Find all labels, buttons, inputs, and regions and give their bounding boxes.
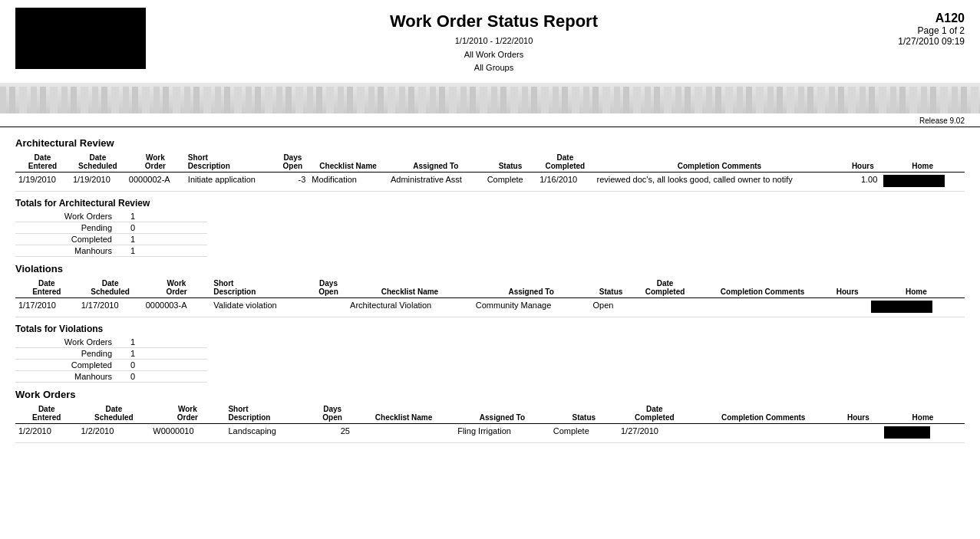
totals-row: Manhours 1 (15, 245, 207, 256)
totals-label-pending: Pending (15, 222, 115, 233)
col-completion-comments: Completion Comments (594, 152, 846, 173)
totals-value-work-orders: 1 (115, 211, 207, 222)
cell-date-entered: 1/2/2010 (15, 423, 78, 442)
company-logo (15, 8, 146, 69)
totals-row: Work Orders 1 (15, 337, 207, 348)
col-days-open: DaysOpen (310, 278, 347, 298)
cell-date-scheduled: 1/19/2010 (70, 172, 126, 191)
decorative-skyline (0, 83, 980, 113)
col-short-description: ShortDescription (185, 152, 277, 173)
page-header: Work Order Status Report 1/1/2010 - 1/22… (0, 0, 980, 83)
cell-date-completed: 1/27/2010 (618, 423, 691, 442)
totals-value-completed: 1 (115, 233, 207, 245)
cell-hours: 1.00 (845, 172, 880, 191)
section-title-violations: Violations (15, 263, 965, 274)
table-header-row: DateEntered DateScheduled WorkOrder Shor… (15, 152, 965, 173)
cell-short-description: Initiate application (185, 172, 277, 191)
cell-short-description: Landscaping (225, 423, 312, 442)
violations-table: DateEntered DateScheduled WorkOrder Shor… (15, 278, 965, 317)
col-status: Status (589, 278, 632, 298)
col-assigned-to: Assigned To (473, 278, 590, 298)
col-checklist-name: Checklist Name (347, 278, 473, 298)
cell-assigned-to: Administrative Asst (388, 172, 484, 191)
col-short-description: ShortDescription (210, 278, 310, 298)
totals-label-work-orders: Work Orders (15, 211, 115, 222)
table-row: 1/17/2010 1/17/2010 0000003-A Validate v… (15, 297, 965, 317)
cell-completion-comments: reviewed doc's, all looks good, called o… (594, 172, 846, 191)
totals-value-pending: 1 (115, 347, 207, 359)
totals-label-manhours: Manhours (15, 370, 115, 382)
col-date-scheduled: DateScheduled (70, 152, 126, 173)
totals-value-manhours: 0 (115, 370, 207, 382)
col-home: Home (881, 403, 965, 424)
cell-assigned-to: Fling Irrigation (454, 423, 550, 442)
col-assigned-to: Assigned To (454, 403, 550, 424)
cell-checklist-name: Architectural Violation (347, 297, 473, 317)
col-hours: Hours (827, 278, 868, 298)
totals-row: Completed 1 (15, 233, 207, 245)
home-black-box (884, 426, 930, 439)
cell-date-completed (632, 297, 698, 317)
col-work-order: WorkOrder (150, 403, 225, 424)
cell-work-order: 0000003-A (143, 297, 211, 317)
home-black-box (871, 301, 932, 313)
cell-days-open (310, 297, 347, 317)
col-completion-comments: Completion Comments (691, 403, 836, 424)
col-home: Home (880, 152, 965, 173)
cell-days-open: 25 (312, 423, 353, 442)
totals-title: Totals for Violations (15, 324, 965, 334)
col-work-order: WorkOrder (143, 278, 211, 298)
cell-date-scheduled: 1/17/2010 (78, 297, 143, 317)
col-status: Status (484, 152, 537, 173)
col-date-completed: DateCompleted (632, 278, 698, 298)
totals-label-work-orders: Work Orders (15, 337, 115, 348)
totals-row: Pending 1 (15, 347, 207, 359)
cell-status: Complete (550, 423, 618, 442)
cell-home (868, 297, 965, 317)
report-subtitle: 1/1/2010 - 1/22/2010 All Work Orders All… (146, 35, 842, 75)
cell-completion-comments (698, 297, 827, 317)
report-id: A120 (842, 12, 965, 25)
totals-row: Pending 0 (15, 222, 207, 233)
home-black-box (883, 175, 945, 187)
col-short-description: ShortDescription (225, 403, 312, 424)
report-meta: A120 Page 1 of 2 1/27/2010 09:19 (842, 8, 965, 47)
section-title-architectural-review: Architectural Review (15, 137, 965, 149)
totals-row: Manhours 0 (15, 370, 207, 382)
col-checklist-name: Checklist Name (309, 152, 388, 173)
col-date-entered: DateEntered (15, 152, 70, 173)
col-date-entered: DateEntered (15, 278, 78, 298)
col-date-scheduled: DateScheduled (78, 403, 150, 424)
report-title: Work Order Status Report (146, 12, 842, 31)
report-content: Architectural Review DateEntered DateSch… (0, 127, 980, 447)
cell-short-description: Validate violation (210, 297, 310, 317)
cell-hours (827, 297, 868, 317)
col-hours: Hours (845, 152, 880, 173)
cell-status: Open (589, 297, 632, 317)
cell-status: Complete (484, 172, 537, 191)
col-days-open: DaysOpen (312, 403, 353, 424)
totals-title: Totals for Architectural Review (15, 198, 965, 209)
col-date-completed: DateCompleted (536, 152, 593, 173)
cell-checklist-name: Modification (309, 172, 388, 191)
totals-value-pending: 0 (115, 222, 207, 233)
cell-days-open: -3 (276, 172, 309, 191)
col-home: Home (868, 278, 965, 298)
col-date-entered: DateEntered (15, 403, 78, 424)
page-info: Page 1 of 2 (842, 25, 965, 36)
totals-label-pending: Pending (15, 347, 115, 359)
date-generated: 1/27/2010 09:19 (842, 36, 965, 47)
totals-label-completed: Completed (15, 233, 115, 245)
totals-label-completed: Completed (15, 359, 115, 370)
totals-table: Work Orders 1 Pending 1 Completed 0 Manh… (15, 337, 207, 383)
release-info: Release 9.02 (0, 115, 980, 127)
col-assigned-to: Assigned To (388, 152, 484, 173)
col-checklist-name: Checklist Name (353, 403, 454, 424)
table-header-row: DateEntered DateScheduled WorkOrder Shor… (15, 278, 965, 298)
col-completion-comments: Completion Comments (698, 278, 827, 298)
table-row: 1/19/2010 1/19/2010 0000002-A Initiate a… (15, 172, 965, 191)
cell-work-order: 0000002-A (126, 172, 185, 191)
cell-completion-comments (691, 423, 836, 442)
cell-date-entered: 1/17/2010 (15, 297, 78, 317)
cell-date-completed: 1/16/2010 (536, 172, 593, 191)
